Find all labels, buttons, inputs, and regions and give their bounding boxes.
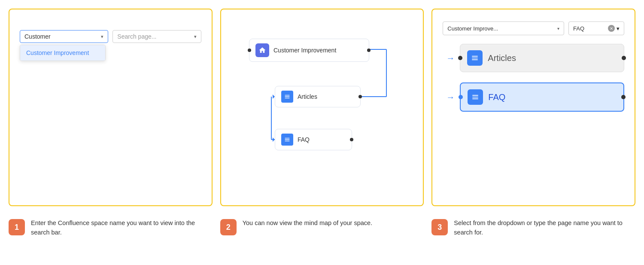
p3-faq-dot-right — [621, 95, 626, 99]
page-search-dropdown[interactable]: Search page... ▾ — [112, 30, 201, 43]
root-node: Customer Improvement — [249, 39, 369, 62]
p3-nodes-area: → Articles → — [443, 44, 624, 112]
step-badge-3: 3 — [431, 219, 448, 235]
p3-articles-node: Articles — [460, 44, 624, 72]
p3-articles-label: Articles — [488, 53, 516, 63]
p3-articles-row: → Articles — [460, 44, 624, 72]
p3-articles-arrow-icon: → — [446, 53, 455, 63]
instruction-1: 1 Enter the Confluence space name you wa… — [9, 218, 213, 238]
space-dropdown-menu: Customer Improvement — [20, 45, 106, 61]
dropdown-item-customer-improvement[interactable]: Customer Improvement — [20, 45, 105, 61]
instructions-row: 1 Enter the Confluence space name you wa… — [9, 218, 635, 238]
p3-faq-label: FAQ — [488, 92, 505, 102]
p3-articles-dot-left — [458, 56, 462, 60]
root-node-label: Customer Improvement — [273, 47, 336, 54]
p3-articles-doc-icon — [467, 50, 483, 66]
mindmap: Customer Improvement Articles — [232, 26, 412, 189]
step-badge-2: 2 — [220, 219, 237, 235]
faq-node: FAQ — [275, 129, 352, 150]
p3-articles-dot-right — [622, 56, 626, 60]
page-search-arrow-icon: ▾ — [194, 34, 197, 40]
p3-space-dropdown[interactable]: Customer Improve... ▾ — [443, 21, 564, 35]
root-dot-right — [367, 49, 371, 52]
p3-page-clear-button[interactable]: ✕ — [608, 25, 615, 32]
space-search-arrow-icon: ▾ — [101, 34, 103, 40]
faq-dot-right — [350, 138, 353, 141]
panels-container: Customer ▾ Search page... ▾ Customer Imp… — [9, 9, 635, 206]
panel-2: Customer Improvement Articles — [220, 9, 424, 206]
home-icon — [255, 43, 269, 57]
root-dot-left — [248, 49, 251, 52]
articles-doc-icon — [281, 91, 293, 103]
articles-node: Articles — [275, 86, 361, 107]
articles-dot-right — [358, 95, 362, 98]
panel-1: Customer ▾ Search page... ▾ Customer Imp… — [9, 9, 213, 206]
p3-faq-dot-left — [459, 95, 463, 99]
articles-node-label: Articles — [298, 93, 317, 100]
p3-space-arrow-icon: ▾ — [557, 26, 559, 31]
p3-faq-row: → FAQ — [460, 82, 624, 112]
instruction-2: 2 You can now view the mind map of your … — [220, 218, 424, 238]
space-search-dropdown[interactable]: Customer ▾ — [20, 30, 108, 43]
p3-page-dropdown[interactable]: FAQ ✕ ▾ — [568, 21, 624, 35]
instruction-text-1: Enter the Confluence space name you want… — [31, 218, 213, 238]
instruction-text-2: You can now view the mind map of your sp… — [243, 218, 373, 228]
p3-faq-node: FAQ — [460, 82, 624, 112]
page-search-placeholder: Search page... — [117, 33, 191, 40]
p3-faq-doc-icon — [468, 89, 483, 105]
p3-space-value: Customer Improve... — [447, 25, 556, 32]
faq-node-label: FAQ — [298, 136, 310, 143]
instruction-text-3: Select from the dropdown or type the pag… — [454, 218, 635, 238]
p3-page-value: FAQ — [573, 25, 606, 32]
panel-3: Customer Improve... ▾ FAQ ✕ ▾ → — [431, 9, 635, 206]
instruction-3: 3 Select from the dropdown or type the p… — [431, 218, 635, 238]
space-search-value: Customer — [24, 33, 98, 40]
search-row: Customer ▾ Search page... ▾ — [20, 30, 201, 43]
p3-page-arrow-icon: ▾ — [617, 25, 620, 32]
panel3-header: Customer Improve... ▾ FAQ ✕ ▾ — [443, 21, 624, 35]
step-badge-1: 1 — [9, 219, 25, 235]
faq-doc-icon — [281, 134, 293, 146]
p3-faq-arrow-icon: → — [446, 92, 455, 102]
